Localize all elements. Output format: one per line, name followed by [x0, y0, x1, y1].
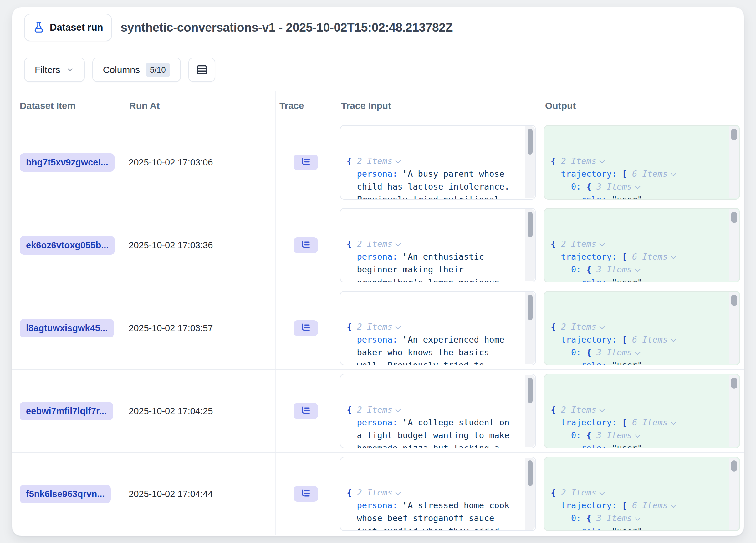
scrollbar-track[interactable]: [729, 126, 739, 198]
json-content: { 2 Items persona: "A college student on…: [347, 403, 519, 448]
json-content: { 2 Items persona: "A busy parent whose …: [347, 155, 519, 200]
columns-label: Columns: [103, 64, 140, 75]
flask-icon: [33, 22, 45, 33]
dataset-item-badge[interactable]: eebwi7mfil7lqlf7r...: [20, 402, 113, 420]
scrollbar-track[interactable]: [525, 375, 535, 447]
dataset-item-cell: eebwi7mfil7lqlf7r...: [12, 370, 124, 452]
json-content: { 2 Items trajectory: [ 6 Items 0: { 3 I…: [551, 155, 723, 200]
run-at-value: 2025-10-02 17:03:57: [129, 323, 213, 333]
scrollbar-thumb[interactable]: [528, 377, 533, 403]
columns-button[interactable]: Columns 5/10: [92, 58, 181, 82]
trace-button[interactable]: [294, 486, 318, 502]
trace-cell: [276, 453, 336, 535]
scrollbar-thumb[interactable]: [528, 129, 533, 155]
column-header-dataset-item[interactable]: Dataset Item: [12, 91, 124, 121]
output-json[interactable]: { 2 Items trajectory: [ 6 Items 0: { 3 I…: [544, 291, 740, 365]
trace-cell: [276, 287, 336, 369]
trace-button[interactable]: [294, 403, 318, 419]
table-rows-icon: [196, 64, 208, 76]
scrollbar-track[interactable]: [729, 458, 739, 530]
trace-input-json[interactable]: { 2 Items persona: "A stressed home cook…: [340, 457, 536, 531]
trace-cell: [276, 204, 336, 286]
column-header-trace-input[interactable]: Trace Input: [336, 91, 540, 121]
dataset-item-badge[interactable]: ek6oz6vtoxg055b...: [20, 236, 115, 255]
column-header-trace[interactable]: Trace: [276, 91, 336, 121]
table-row: ek6oz6vtoxg055b... 2025-10-02 17:03:36 {…: [12, 204, 744, 287]
trace-cell: [276, 121, 336, 204]
columns-count-badge: 5/10: [146, 63, 170, 77]
dataset-run-badge[interactable]: Dataset run: [24, 14, 112, 41]
output-json[interactable]: { 2 Items trajectory: [ 6 Items 0: { 3 I…: [544, 374, 740, 448]
json-content: { 2 Items trajectory: [ 6 Items 0: { 3 I…: [551, 403, 723, 448]
scrollbar-track[interactable]: [729, 292, 739, 364]
dataset-run-badge-label: Dataset run: [50, 22, 103, 33]
run-at-cell: 2025-10-02 17:04:44: [124, 453, 276, 535]
list-tree-icon: [300, 488, 311, 499]
json-content: { 2 Items persona: "An enthusiastic begi…: [347, 238, 519, 282]
output-json[interactable]: { 2 Items trajectory: [ 6 Items 0: { 3 I…: [544, 208, 740, 282]
json-content: { 2 Items trajectory: [ 6 Items 0: { 3 I…: [551, 486, 723, 531]
column-header-run-at[interactable]: Run At: [124, 91, 276, 121]
scrollbar-thumb[interactable]: [528, 294, 533, 320]
trace-button[interactable]: [294, 155, 318, 170]
scrollbar-thumb[interactable]: [731, 212, 737, 223]
scrollbar-track[interactable]: [525, 209, 535, 281]
scrollbar-track[interactable]: [525, 126, 535, 198]
scrollbar-thumb[interactable]: [731, 460, 737, 472]
dataset-item-badge[interactable]: l8agtuwxisgwk45...: [20, 319, 114, 337]
scrollbar-track[interactable]: [525, 458, 535, 530]
trace-button[interactable]: [294, 320, 318, 336]
run-at-value: 2025-10-02 17:03:06: [129, 157, 213, 168]
output-json[interactable]: { 2 Items trajectory: [ 6 Items 0: { 3 I…: [544, 457, 740, 531]
dataset-item-cell: ek6oz6vtoxg055b...: [12, 204, 124, 286]
list-tree-icon: [300, 405, 311, 417]
scrollbar-thumb[interactable]: [731, 294, 737, 306]
json-content: { 2 Items persona: "An experienced home …: [347, 320, 519, 365]
scrollbar-track[interactable]: [525, 292, 535, 364]
run-at-value: 2025-10-02 17:04:44: [129, 489, 213, 499]
output-cell: { 2 Items trajectory: [ 6 Items 0: { 3 I…: [540, 370, 744, 452]
filters-button[interactable]: Filters: [24, 58, 85, 82]
trace-button[interactable]: [294, 238, 318, 253]
json-content: { 2 Items persona: "A stressed home cook…: [347, 486, 519, 531]
table-row: l8agtuwxisgwk45... 2025-10-02 17:03:57 {…: [12, 287, 744, 370]
output-cell: { 2 Items trajectory: [ 6 Items 0: { 3 I…: [540, 121, 744, 204]
output-json[interactable]: { 2 Items trajectory: [ 6 Items 0: { 3 I…: [544, 125, 740, 200]
row-height-button[interactable]: [188, 58, 215, 82]
chevron-down-icon: [66, 66, 74, 74]
trace-input-cell: { 2 Items persona: "An experienced home …: [336, 287, 540, 369]
output-cell: { 2 Items trajectory: [ 6 Items 0: { 3 I…: [540, 204, 744, 286]
scrollbar-track[interactable]: [729, 375, 739, 447]
table-body: bhg7t5xv9zgwcel... 2025-10-02 17:03:06 {…: [12, 121, 744, 535]
run-at-value: 2025-10-02 17:03:36: [129, 240, 213, 251]
trace-input-cell: { 2 Items persona: "A college student on…: [336, 370, 540, 452]
filters-label: Filters: [35, 64, 60, 75]
column-header-output[interactable]: Output: [540, 91, 744, 121]
trace-input-json[interactable]: { 2 Items persona: "An enthusiastic begi…: [340, 208, 536, 282]
scrollbar-thumb[interactable]: [731, 129, 737, 140]
trace-input-cell: { 2 Items persona: "An enthusiastic begi…: [336, 204, 540, 286]
dataset-run-card: Dataset run synthetic-conversations-v1 -…: [12, 7, 744, 536]
trace-input-json[interactable]: { 2 Items persona: "A college student on…: [340, 374, 536, 448]
list-tree-icon: [300, 157, 311, 168]
list-tree-icon: [300, 322, 311, 334]
dataset-item-badge[interactable]: f5nk6lse963qrvn...: [20, 485, 111, 503]
json-content: { 2 Items trajectory: [ 6 Items 0: { 3 I…: [551, 238, 723, 282]
page-title: synthetic-conversations-v1 - 2025-10-02T…: [121, 21, 453, 34]
output-cell: { 2 Items trajectory: [ 6 Items 0: { 3 I…: [540, 453, 744, 535]
dataset-item-badge[interactable]: bhg7t5xv9zgwcel...: [20, 153, 115, 172]
run-at-cell: 2025-10-02 17:03:57: [124, 287, 276, 369]
scrollbar-thumb[interactable]: [731, 377, 737, 389]
card-header: Dataset run synthetic-conversations-v1 -…: [12, 7, 744, 48]
run-at-cell: 2025-10-02 17:03:06: [124, 121, 276, 204]
scrollbar-thumb[interactable]: [528, 460, 533, 486]
scrollbar-thumb[interactable]: [528, 212, 533, 238]
dataset-item-cell: bhg7t5xv9zgwcel...: [12, 121, 124, 204]
scrollbar-track[interactable]: [729, 209, 739, 281]
table-row: f5nk6lse963qrvn... 2025-10-02 17:04:44 {…: [12, 453, 744, 535]
trace-input-json[interactable]: { 2 Items persona: "An experienced home …: [340, 291, 536, 365]
table-header: Dataset Item Run At Trace Trace Input Ou…: [12, 91, 744, 121]
trace-input-json[interactable]: { 2 Items persona: "A busy parent whose …: [340, 125, 536, 200]
run-at-cell: 2025-10-02 17:03:36: [124, 204, 276, 286]
trace-cell: [276, 370, 336, 452]
